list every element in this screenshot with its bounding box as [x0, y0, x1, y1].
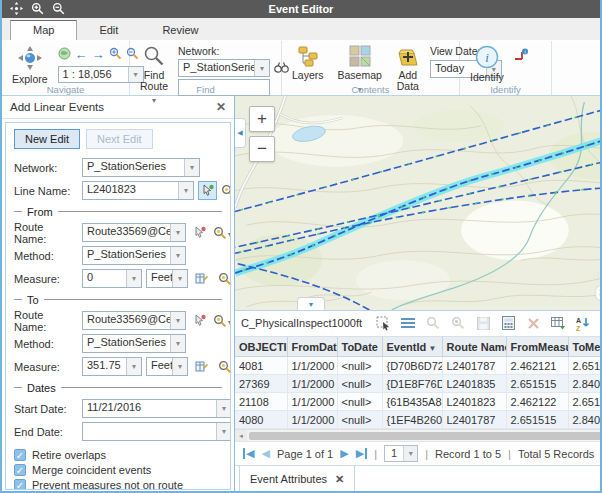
page-text: Page 1 of 1	[277, 448, 333, 460]
panel-network-dropdown-button[interactable]	[184, 159, 199, 176]
to-measure-combobox[interactable]: 351.75	[82, 357, 142, 376]
column-header-frommeasure[interactable]: FromMeasure	[506, 337, 568, 357]
to-method-combobox[interactable]: P_StationSeries	[82, 334, 186, 353]
from-method-combobox[interactable]: P_StationSeries	[82, 246, 186, 265]
zoom-in-tool-icon[interactable]	[109, 47, 122, 62]
to-zoom-to-measure-button[interactable]	[215, 357, 231, 376]
field-calculator-icon[interactable]	[500, 315, 516, 331]
full-extent-icon[interactable]	[58, 47, 71, 62]
map-canvas[interactable]: + − ◀ ▼ POWERED BY esri	[235, 96, 602, 311]
scrollbar-thumb[interactable]	[249, 432, 602, 440]
to-select-route-on-map-button[interactable]	[190, 311, 209, 330]
line-name-combobox[interactable]: L2401823	[82, 181, 194, 200]
select-records-icon[interactable]	[375, 315, 391, 331]
network-combobox[interactable]: P_StationSeries	[178, 59, 270, 77]
previous-page-button[interactable]: ◀	[261, 448, 269, 459]
ribbon-group-contents: Layers Basemap Add Data View Date: Today…	[282, 41, 460, 95]
close-tab-icon[interactable]: ✕	[335, 473, 344, 486]
prevent-measures-checkbox[interactable]: ✓	[14, 479, 26, 490]
new-edit-button[interactable]: New Edit	[14, 129, 80, 149]
select-line-on-map-button[interactable]	[198, 181, 217, 200]
column-header-todate[interactable]: ToDate	[337, 337, 382, 357]
column-header-objectid[interactable]: OBJECTID	[235, 337, 287, 357]
from-route-name-dropdown-button[interactable]	[170, 224, 185, 241]
start-date-dropdown-button[interactable]	[216, 400, 231, 417]
find-route-button[interactable]: Find Route	[136, 44, 172, 83]
from-zoom-to-measure-button[interactable]	[215, 269, 231, 288]
tab-edit[interactable]: Edit	[77, 21, 140, 40]
end-date-dropdown-button[interactable]	[216, 423, 231, 440]
to-route-name-dropdown-button[interactable]	[170, 312, 185, 329]
table-row[interactable]: 40801/1/2000<null>{1EF4B260-FL24017872.6…	[235, 411, 602, 429]
next-edit-button[interactable]: Next Edit	[86, 129, 153, 149]
tab-map[interactable]: Map	[10, 20, 77, 40]
from-method-dropdown-button[interactable]	[170, 247, 185, 264]
layers-button[interactable]: Layers	[288, 44, 328, 83]
from-measure-combobox[interactable]: 0	[82, 269, 142, 288]
to-route-name-combobox[interactable]: Route33569@Centi	[82, 311, 186, 330]
table-row[interactable]: 273691/1/2000<null>{D1E8F76D-FL24018352.…	[235, 375, 602, 393]
to-method-dropdown-button[interactable]	[170, 335, 185, 352]
tab-event-attributes[interactable]: Event Attributes ✕	[239, 466, 355, 493]
to-zoom-to-route-button[interactable]	[213, 314, 231, 328]
end-date-combobox[interactable]	[82, 422, 231, 441]
last-page-button[interactable]: ▶	[356, 448, 367, 459]
table-row[interactable]: 40811/1/2000<null>{D70B6D72-3L24017872.4…	[235, 357, 602, 375]
retire-overlaps-checkbox-row: ✓ Retire overlaps	[14, 448, 222, 462]
from-zoom-to-route-button[interactable]	[213, 226, 231, 240]
delete-record-icon[interactable]	[525, 315, 541, 331]
from-pick-measure-button[interactable]	[192, 269, 211, 288]
basemap-button[interactable]: Basemap	[334, 44, 386, 83]
next-page-button[interactable]: ▶	[340, 448, 348, 459]
first-page-button[interactable]: ◀	[243, 448, 254, 459]
to-pick-measure-button[interactable]	[192, 357, 211, 376]
cell-frommeasure: 2.651515	[506, 411, 568, 429]
tab-review[interactable]: Review	[140, 21, 220, 40]
page-number-combobox[interactable]: 1	[384, 445, 418, 462]
navigate-group-label: Navigate	[2, 84, 129, 95]
end-date-value	[83, 423, 216, 440]
table-row[interactable]: 211081/1/2000<null>{61B435A8-3L24018232.…	[235, 393, 602, 411]
from-unit-dropdown-button[interactable]	[172, 270, 187, 287]
sort-icon[interactable]: AZ	[575, 315, 591, 331]
total-records-text: Total 5 Records	[518, 448, 594, 460]
next-extent-icon[interactable]: →	[92, 48, 105, 61]
column-header-routename[interactable]: Route Name	[442, 337, 506, 357]
to-unit-combobox[interactable]: Feet	[146, 357, 188, 376]
scroll-left-arrow[interactable]: ◂	[235, 430, 247, 441]
from-select-route-on-map-button[interactable]	[190, 223, 209, 242]
page-number-dropdown-button[interactable]	[403, 446, 417, 461]
start-date-combobox[interactable]: 11/21/2016	[82, 399, 231, 418]
identify-button[interactable]: i Identify	[466, 44, 508, 83]
previous-extent-icon[interactable]: ←	[75, 48, 88, 61]
export-table-icon[interactable]	[550, 315, 566, 331]
pan-to-selection-icon[interactable]	[450, 315, 466, 331]
column-header-eventid[interactable]: EventId	[382, 337, 442, 357]
map-zoom-in-button[interactable]: +	[249, 106, 275, 132]
retire-overlaps-checkbox[interactable]: ✓	[14, 449, 26, 461]
from-measure-dropdown-button[interactable]	[126, 270, 141, 287]
network-dropdown-button[interactable]	[254, 60, 269, 76]
cell-tomeasure: 2.6515	[568, 393, 602, 411]
merge-coincident-checkbox[interactable]: ✓	[14, 464, 26, 476]
panel-close-icon[interactable]: ✕	[216, 100, 226, 114]
column-header-tomeasure[interactable]: ToMea	[568, 337, 602, 357]
explore-button[interactable]: Explore	[8, 44, 52, 83]
collapse-table-button[interactable]: ▼	[297, 297, 325, 310]
line-name-dropdown-button[interactable]	[178, 182, 193, 199]
collapse-panel-left-button[interactable]: ◀	[235, 118, 246, 148]
save-icon[interactable]	[475, 315, 491, 331]
from-unit-combobox[interactable]: Feet	[146, 269, 188, 288]
column-header-fromdate[interactable]: FromDate	[287, 337, 337, 357]
horizontal-scrollbar[interactable]: ◂ ▸	[235, 429, 602, 441]
add-data-button[interactable]: Add Data	[392, 44, 424, 83]
panel-network-combobox[interactable]: P_StationSeries	[82, 158, 200, 177]
zoom-to-line-button[interactable]	[221, 184, 231, 198]
map-zoom-out-button[interactable]: −	[249, 136, 275, 162]
identify-route-location-icon[interactable]: i	[514, 44, 529, 83]
from-route-name-combobox[interactable]: Route33569@Centi	[82, 223, 186, 242]
to-unit-dropdown-button[interactable]	[172, 358, 187, 375]
table-menu-icon[interactable]	[400, 315, 416, 331]
to-measure-dropdown-button[interactable]	[126, 358, 141, 375]
zoom-to-selection-icon[interactable]	[425, 315, 441, 331]
